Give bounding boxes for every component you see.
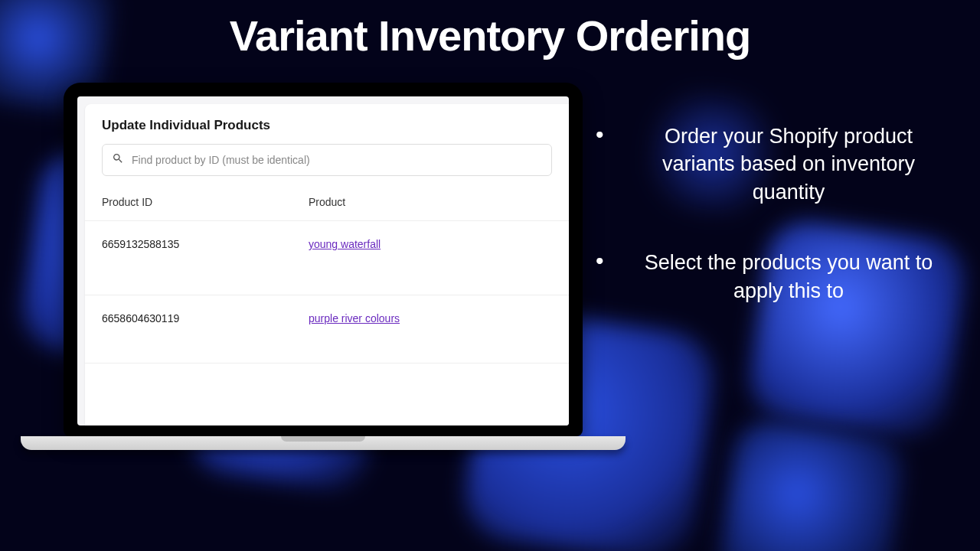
- bullet-item: Order your Shopify product variants base…: [588, 122, 948, 206]
- product-link[interactable]: young waterfall: [309, 238, 381, 250]
- table-row: 6658604630119 purple river colours: [85, 295, 569, 364]
- products-table: Product ID Product 6659132588135 young w…: [85, 182, 569, 364]
- col-product-id: Product ID: [102, 182, 309, 220]
- cell-product-id: 6658604630119: [102, 295, 309, 363]
- product-search[interactable]: [102, 144, 552, 176]
- table-header: Product ID Product: [85, 182, 569, 221]
- table-row: 6659132588135 young waterfall: [85, 221, 569, 295]
- col-product: Product: [309, 182, 552, 220]
- bullet-item: Select the products you want to apply th…: [588, 249, 948, 305]
- card-heading: Update Individual Products: [85, 118, 569, 144]
- laptop-mockup: Update Individual Products Product ID Pr…: [64, 83, 583, 450]
- page-title: Variant Inventory Ordering: [0, 11, 980, 60]
- feature-bullets: Order your Shopify product variants base…: [588, 122, 948, 347]
- laptop-base: [21, 436, 626, 450]
- search-input[interactable]: [132, 154, 542, 166]
- search-icon: [112, 152, 132, 168]
- update-products-card: Update Individual Products Product ID Pr…: [85, 104, 569, 425]
- product-link[interactable]: purple river colours: [309, 312, 400, 324]
- cell-product-id: 6659132588135: [102, 221, 309, 295]
